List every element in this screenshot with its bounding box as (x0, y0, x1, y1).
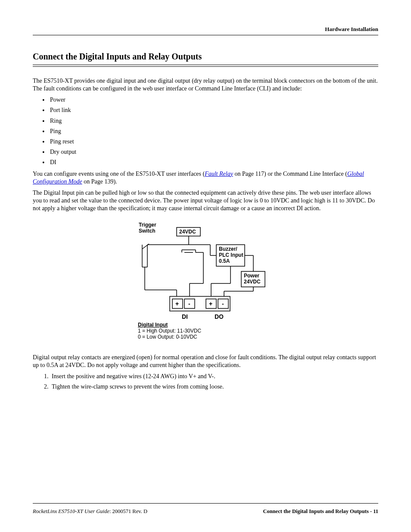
instruction-steps: Insert the positive and negative wires (… (33, 373, 378, 391)
diagram-text: 0.5A (219, 258, 230, 264)
diagram-text: 0 = Low Output: 0-10VDC (138, 334, 197, 340)
page-footer: RocketLinx ES7510-XT User Guide: 2000571… (33, 503, 378, 515)
wiring-diagram: Trigger Switch 24VDC (33, 219, 378, 346)
footer-rev: : 2000571 Rev. D (109, 508, 147, 514)
list-item: Port link (50, 106, 378, 114)
diagram-text: DI (182, 313, 188, 320)
list-item: Dry output (50, 148, 378, 156)
fault-condition-list: Power Port link Ring Ping Ping reset Dry… (33, 96, 378, 166)
text-span: You can configure events using one of th… (33, 171, 205, 177)
footer-guide-title: RocketLinx ES7510-XT User Guide (33, 508, 109, 514)
diagram-text: + (175, 300, 179, 307)
diagram-text: PLC Input (219, 252, 243, 258)
footer-right: Connect the Digital Inputs and Relay Out… (263, 508, 378, 515)
config-paragraph: You can configure events using one of th… (33, 170, 378, 186)
text-span: on Page 117) or the Command Line Interfa… (233, 171, 347, 177)
diagram-text: 1 = High Output: 11-30VDC (138, 328, 201, 334)
diagram-text: Power (244, 273, 259, 279)
fault-relay-link[interactable]: Fault Relay (205, 171, 233, 177)
diagram-text: - (222, 300, 224, 307)
list-item: Power (50, 96, 378, 104)
diagram-text: Digital Input (138, 322, 168, 328)
diagram-text: Trigger (139, 222, 156, 228)
relay-paragraph: Digital output relay contacts are energi… (33, 354, 378, 369)
text-span: on Page 139). (82, 178, 117, 185)
list-item: Ring (50, 117, 378, 125)
digital-input-paragraph: The Digital Input pin can be pulled high… (33, 189, 378, 213)
page-header: Hardware Installation (33, 26, 378, 35)
diagram-text: 24VDC (244, 279, 261, 285)
section-title: Connect the Digital Inputs and Relay Out… (33, 51, 378, 62)
list-item: Insert the positive and negative wires (… (50, 373, 378, 380)
list-item: DI (50, 159, 378, 166)
list-item: Ping reset (50, 138, 378, 146)
section-rule (33, 65, 378, 67)
diagram-text: DO (215, 313, 224, 320)
diagram-text: 24VDC (179, 229, 196, 235)
list-item: Ping (50, 128, 378, 135)
diagram-text: Switch (139, 228, 156, 234)
footer-left: RocketLinx ES7510-XT User Guide: 2000571… (33, 508, 147, 515)
diagram-text: - (188, 300, 190, 307)
diagram-text: + (209, 300, 212, 307)
list-item: Tighten the wire-clamp screws to prevent… (50, 383, 378, 391)
intro-paragraph: The ES7510-XT provides one digital input… (33, 77, 378, 93)
diagram-text: Buzzer/ (219, 246, 237, 252)
